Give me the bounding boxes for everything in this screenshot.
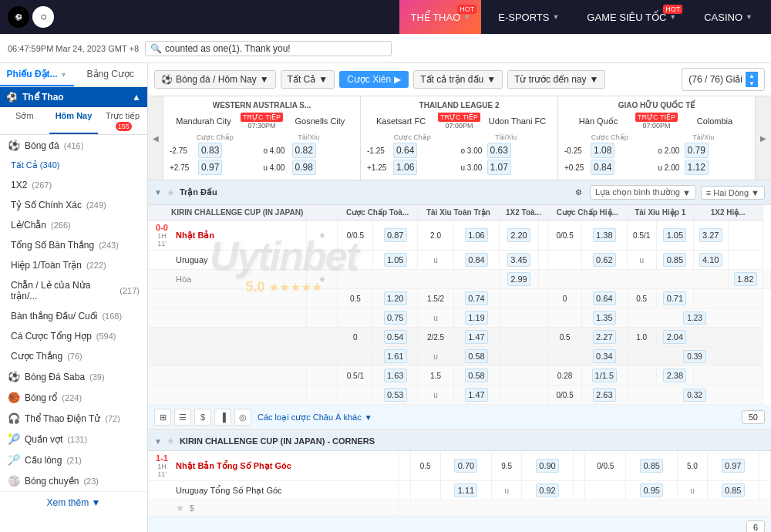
sidebar-item-exact-score[interactable]: Tỷ Số Chính Xác (249) (0, 195, 147, 215)
hdp-odds-btn-1[interactable]: 0.87 (384, 228, 407, 242)
page-size-1[interactable]: 50 (742, 410, 765, 424)
odds3-hdp-btn[interactable]: 0.54 (384, 330, 407, 344)
game-count-up[interactable]: ▲ (746, 72, 758, 79)
sort-filter[interactable]: Từ trước đến nay ▼ (507, 70, 605, 89)
hdp-h1-btn-1[interactable]: 1.38 (593, 228, 616, 242)
featured-a-odds-3[interactable]: 0.84 (591, 160, 614, 175)
featured-u-odds-2[interactable]: 1.07 (487, 160, 511, 175)
more-bets-row-2[interactable]: 6 (148, 517, 771, 532)
sidebar-item-combo[interactable]: Cá Cược Tổng Hợp (594) (0, 326, 147, 346)
sidebar-tab-table[interactable]: Bảng Cược (74, 63, 148, 86)
sidebar-item-tennis[interactable]: 🎾 Quần vợt (131) (0, 429, 147, 450)
away-hdp-h1-btn[interactable]: 0.62 (593, 253, 616, 267)
section2-expand-btn[interactable]: ▼ (154, 437, 162, 446)
view-mode-btn[interactable]: ≡ Hai Dòng ▼ (701, 186, 765, 200)
odds2-ou-h1-btn[interactable]: 1.23 (683, 311, 706, 325)
sport-tab-early[interactable]: Sớm (0, 107, 49, 134)
section1-expand-btn[interactable]: ▼ (154, 188, 162, 197)
match2-hdp-h1-btn[interactable]: 0.85 (640, 459, 663, 473)
odds4-ou-h1-btn[interactable]: 0.39 (683, 350, 706, 363)
parlay-bet-button[interactable]: Cược Xiên ▶ (339, 71, 409, 88)
nav-esports[interactable]: E-SPORTS ▼ (487, 0, 570, 34)
game-count-down[interactable]: ▼ (746, 79, 758, 87)
sidebar-item-half-oe[interactable]: Chẵn / Lẻ của Nửa trận/... (217) (0, 275, 147, 306)
sidebar-item-saba[interactable]: ⚽ Bóng Đá Saba (39) (0, 366, 147, 387)
odds5-ou-btn[interactable]: 0.58 (465, 369, 488, 382)
sport-selector-dropdown[interactable]: ⚽ Bóng đá / Hôm Nay ▼ (154, 70, 276, 89)
nav-casino[interactable]: CASINO ▼ (693, 0, 763, 34)
icon-list-btn[interactable]: ☰ (174, 409, 191, 426)
featured-u-odds-1[interactable]: 0.98 (292, 160, 316, 175)
row2-star-btn[interactable]: ★ (176, 503, 184, 513)
all-matches-filter[interactable]: Tất Cả ▼ (281, 70, 335, 89)
odds6-ou-h1-btn[interactable]: 0.32 (683, 389, 706, 402)
odds5-hdp-h1-btn[interactable]: 1/1.5 (592, 369, 617, 382)
bet-type-filter[interactable]: Lựa chọn bình thường ▼ (590, 185, 696, 200)
odds4-hdp-btn[interactable]: 1.61 (384, 349, 407, 363)
featured-scroll-left[interactable]: ◀ (148, 96, 163, 180)
nav-sports[interactable]: THỂ THAO HOT ▼ (399, 0, 481, 34)
odds-hdp-btn[interactable]: 1.20 (384, 291, 407, 305)
sidebar-item-h1-fulltime[interactable]: Hiệp 1/Toàn Trận (222) (0, 255, 147, 275)
away2-ou-h1-btn[interactable]: 0.85 (722, 483, 745, 497)
icon-circle-btn[interactable]: ◎ (234, 409, 251, 426)
page-size-2[interactable]: 6 (746, 520, 765, 532)
sport-tab-today[interactable]: Hôm Nay (49, 107, 99, 134)
match-star-btn[interactable]: ★ (318, 231, 326, 240)
match2-ou-h1-btn[interactable]: 0.97 (722, 459, 745, 473)
team2-name-away[interactable]: Uruguay Tổng Số Phạt Góc (176, 486, 282, 495)
odds3-hdp-h1-btn[interactable]: 2.27 (593, 330, 616, 344)
away2-hdp-btn[interactable]: 1.11 (454, 483, 477, 497)
sidebar-item-first-last[interactable]: Bàn thắng Đầu/ Cuối (168) (0, 306, 147, 326)
search-box[interactable]: 🔍 counted as one(1). Thank you! (145, 41, 392, 56)
sport-tab-live[interactable]: Trực tiếp 155 (98, 107, 147, 134)
featured-o-odds-2[interactable]: 0.63 (487, 143, 511, 158)
odds2-hdp-h1-btn[interactable]: 1.35 (593, 311, 616, 325)
featured-u-odds-3[interactable]: 1.12 (685, 160, 709, 175)
featured-scroll-right[interactable]: ▶ (756, 96, 771, 180)
icon-grid-btn[interactable]: ⊞ (154, 409, 171, 426)
featured-h-odds-1[interactable]: 0.83 (198, 143, 222, 158)
team-name-home[interactable]: Nhật Bản (176, 231, 214, 241)
more-bets-row-1[interactable]: ⊞ ☰ $ ▐ ◎ Các loại cược Châu Á khác ▼ 50 (148, 405, 771, 430)
1x2-h1-btn-1[interactable]: 3.27 (699, 228, 722, 242)
match2-ou-btn[interactable]: 0.90 (536, 459, 559, 473)
sidebar-item-1x2[interactable]: 1X2 (267) (0, 175, 147, 195)
away-ou-h1-btn[interactable]: 0.85 (663, 253, 686, 267)
section2-star-btn[interactable]: ★ (167, 436, 175, 446)
section1-star-btn[interactable]: ★ (167, 187, 175, 198)
odds6-ou-btn[interactable]: 1.47 (465, 388, 488, 402)
featured-o-odds-3[interactable]: 0.79 (685, 143, 709, 158)
draw-1x2-h1-btn[interactable]: 1.82 (734, 272, 757, 286)
away-hdp-btn[interactable]: 1.05 (384, 253, 407, 267)
sport-section-expand-icon[interactable]: ▲ (132, 92, 141, 103)
away2-hdp-h1-btn[interactable]: 0.95 (640, 483, 663, 497)
odds3-ou-btn[interactable]: 1.47 (465, 330, 488, 344)
odds5-hdp-btn[interactable]: 1.63 (384, 369, 407, 382)
sidebar-item-basketball[interactable]: 🏀 Bóng rổ (224) (0, 387, 147, 408)
draw-star-btn[interactable]: ★ (318, 274, 326, 284)
odds4-hdp-h1-btn[interactable]: 0.34 (593, 349, 616, 363)
odds-hdp-h1-btn[interactable]: 0.64 (593, 291, 616, 305)
away-1x2-btn[interactable]: 3.45 (507, 253, 530, 267)
featured-a-odds-2[interactable]: 1.06 (393, 160, 417, 175)
away2-ou-btn[interactable]: 0.92 (536, 483, 559, 497)
featured-o-odds-1[interactable]: 0.82 (292, 143, 316, 158)
sidebar-item-all[interactable]: Tất Cả (340) (0, 156, 147, 175)
odds6-hdp-h1-btn[interactable]: 2.63 (593, 388, 616, 402)
sidebar-item-odd-even[interactable]: Lẻ/Chẵn (266) (0, 215, 147, 235)
featured-h-odds-2[interactable]: 0.64 (393, 143, 417, 158)
odds3-ou-h1-btn[interactable]: 2.04 (663, 330, 686, 344)
odds2-hdp-btn[interactable]: 0.75 (384, 311, 407, 325)
ou-h1-btn-1[interactable]: 1.05 (663, 228, 686, 242)
icon-bar-btn[interactable]: ▐ (214, 409, 231, 426)
sidebar-item-volleyball[interactable]: 🏐 Bóng chuyền (23) (0, 470, 147, 491)
odds2-ou-btn[interactable]: 1.19 (465, 311, 488, 325)
odds4-ou-btn[interactable]: 0.58 (465, 349, 488, 363)
sidebar-item-esports[interactable]: 🎧 Thể Thao Điện Tử (72) (0, 408, 147, 429)
away-ou-btn[interactable]: 0.84 (465, 253, 488, 267)
team2-name-home[interactable]: Nhật Bản Tổng Số Phạt Góc (176, 461, 291, 471)
odds6-hdp-btn[interactable]: 0.53 (384, 388, 407, 402)
match2-hdp-btn[interactable]: 0.70 (454, 459, 477, 473)
sidebar-see-more-button[interactable]: Xem thêm ▼ (0, 491, 147, 513)
